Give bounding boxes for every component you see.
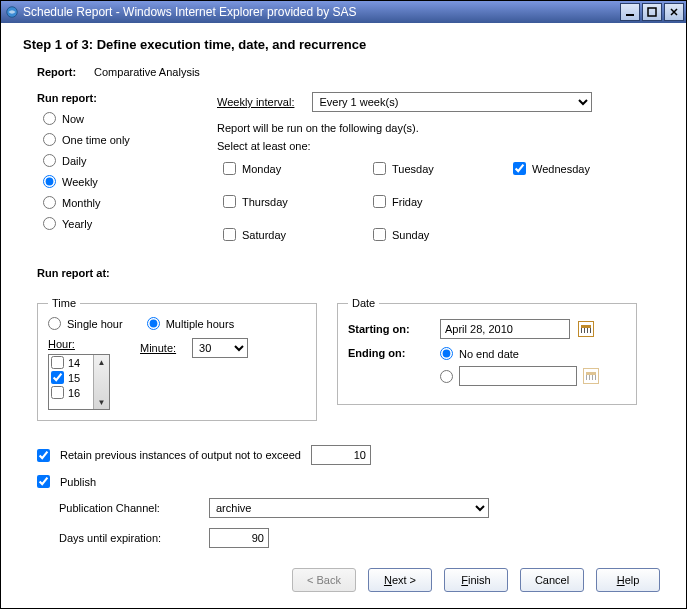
app-icon xyxy=(5,5,19,19)
hour-scrollbar[interactable]: ▲ ▼ xyxy=(93,355,109,409)
svg-rect-1 xyxy=(626,14,634,16)
titlebar: Schedule Report - Windows Internet Explo… xyxy=(1,1,686,23)
expiration-label: Days until expiration: xyxy=(59,532,199,544)
day-wednesday-check[interactable]: Wednesday xyxy=(513,162,657,175)
day-friday-check[interactable]: Friday xyxy=(373,195,507,208)
calendar-icon-disabled xyxy=(583,368,599,384)
report-line: Report: Comparative Analysis xyxy=(37,66,664,78)
run-weekly-radio[interactable]: Weekly xyxy=(43,175,187,188)
minute-select[interactable]: 30 xyxy=(192,338,248,358)
weekly-interval-select[interactable]: Every 1 week(s) xyxy=(312,92,592,112)
starting-date-input[interactable] xyxy=(440,319,570,339)
day-thursday-check[interactable]: Thursday xyxy=(223,195,367,208)
ending-date-input[interactable] xyxy=(459,366,577,386)
day-sunday-check[interactable]: Sunday xyxy=(373,228,507,241)
day-tuesday-check[interactable]: Tuesday xyxy=(373,162,507,175)
date-legend: Date xyxy=(348,297,379,309)
starting-label: Starting on: xyxy=(348,323,432,335)
report-name: Comparative Analysis xyxy=(94,66,200,78)
date-fieldset: Date Starting on: Ending on: No end date xyxy=(337,297,637,405)
ending-label: Ending on: xyxy=(348,347,432,359)
run-onetime-radio[interactable]: One time only xyxy=(43,133,187,146)
run-on-text: Report will be run on the following day(… xyxy=(217,122,664,134)
no-end-date-radio[interactable]: No end date xyxy=(440,347,599,360)
run-report-heading: Run report: xyxy=(37,92,187,104)
run-now-radio[interactable]: Now xyxy=(43,112,187,125)
expiration-days-input[interactable] xyxy=(209,528,269,548)
step-heading: Step 1 of 3: Define execution time, date… xyxy=(23,37,664,52)
svg-rect-2 xyxy=(648,8,656,16)
scroll-down-icon[interactable]: ▼ xyxy=(94,395,109,409)
multiple-hours-radio[interactable]: Multiple hours xyxy=(147,317,234,330)
weekly-interval-label: Weekly interval: xyxy=(217,96,294,108)
maximize-button[interactable] xyxy=(642,3,662,21)
back-button[interactable]: < Back xyxy=(292,568,356,592)
day-monday-check[interactable]: Monday xyxy=(223,162,367,175)
publish-check[interactable]: Publish xyxy=(37,475,664,488)
dialog-content: Step 1 of 3: Define execution time, date… xyxy=(1,23,686,608)
run-at-heading: Run report at: xyxy=(37,267,664,279)
single-hour-radio[interactable]: Single hour xyxy=(48,317,123,330)
hour-label: Hour: xyxy=(48,338,110,350)
run-report-group: Run report: Now One time only Daily Week… xyxy=(37,92,187,238)
minimize-button[interactable] xyxy=(620,3,640,21)
run-yearly-radio[interactable]: Yearly xyxy=(43,217,187,230)
cancel-button[interactable]: Cancel xyxy=(520,568,584,592)
day-saturday-check[interactable]: Saturday xyxy=(223,228,367,241)
time-fieldset: Time Single hour Multiple hours Hour: 14… xyxy=(37,297,317,421)
report-label: Report: xyxy=(37,66,91,78)
close-button[interactable] xyxy=(664,3,684,21)
minute-label: Minute: xyxy=(140,342,176,354)
scroll-up-icon[interactable]: ▲ xyxy=(94,355,109,369)
retain-check[interactable]: Retain previous instances of output not … xyxy=(37,445,664,465)
publication-channel-label: Publication Channel: xyxy=(59,502,199,514)
end-date-radio[interactable] xyxy=(440,366,599,386)
time-legend: Time xyxy=(48,297,80,309)
run-monthly-radio[interactable]: Monthly xyxy=(43,196,187,209)
window-title: Schedule Report - Windows Internet Explo… xyxy=(23,5,618,19)
help-button[interactable]: Help xyxy=(596,568,660,592)
schedule-report-window: Schedule Report - Windows Internet Explo… xyxy=(0,0,687,609)
next-button[interactable]: Next > xyxy=(368,568,432,592)
finish-button[interactable]: Finish xyxy=(444,568,508,592)
button-bar: < Back Next > Finish Cancel Help xyxy=(23,568,664,592)
hour-listbox[interactable]: 14 15 16 ▲ ▼ xyxy=(48,354,110,410)
select-one-text: Select at least one: xyxy=(217,140,664,152)
weekly-options: Weekly interval: Every 1 week(s) Report … xyxy=(217,92,664,249)
run-daily-radio[interactable]: Daily xyxy=(43,154,187,167)
retain-count-input[interactable] xyxy=(311,445,371,465)
publication-channel-select[interactable]: archive xyxy=(209,498,489,518)
calendar-icon[interactable] xyxy=(578,321,594,337)
